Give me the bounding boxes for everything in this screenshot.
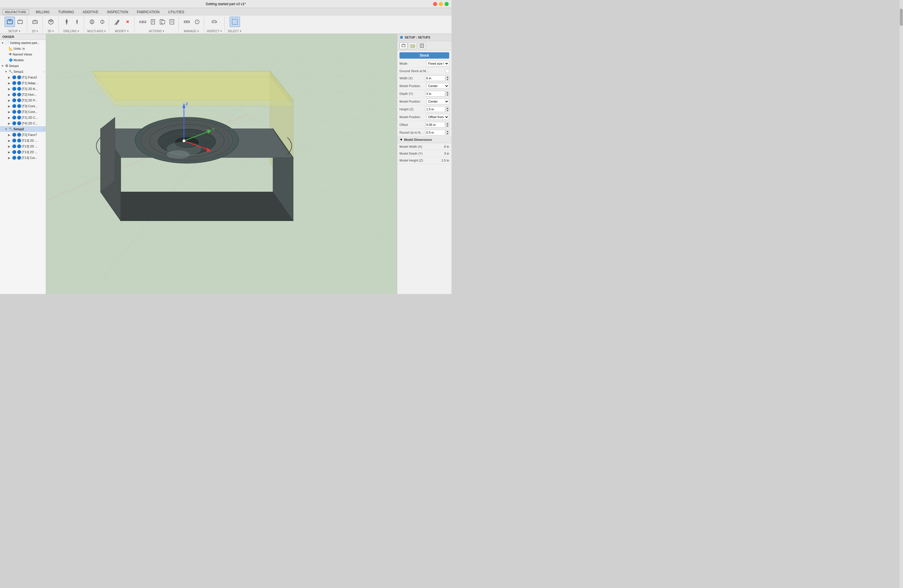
minimize-button[interactable]	[439, 2, 443, 6]
units-icon: 📐	[9, 47, 13, 50]
tree-t1-2dc1[interactable]: ▶ 🔵 🔵 [T1] 2D C...	[0, 115, 46, 120]
tree-t3-cont1[interactable]: ▶ 🔵 🔵 [T3] Cont...	[0, 103, 46, 109]
setup1-label: Setup1	[14, 70, 42, 73]
height-pos-select[interactable]: Offset from... Center	[426, 114, 449, 120]
panel-header-text: SETUP : SETUP2	[405, 36, 430, 39]
manufacture-label[interactable]: ANUFACTURE	[2, 9, 29, 15]
manage-ruler-btn[interactable]	[182, 17, 192, 27]
width-down[interactable]: ▼	[446, 78, 449, 81]
tree-models[interactable]: 🔷 Models	[0, 57, 46, 63]
multiaxis-main-btn[interactable]	[87, 17, 97, 27]
panel-tab-stock[interactable]	[409, 42, 417, 49]
tree-t2-2dp[interactable]: ▶ 🔵 🔵 [T2] 2D P...	[0, 97, 46, 103]
round-up[interactable]: ▲	[446, 130, 449, 132]
round-down[interactable]: ▼	[446, 132, 449, 135]
offset-input[interactable]	[425, 122, 445, 127]
tree-t13-2d3[interactable]: ▶ 🔵 🔵 [T13] 2D ...	[0, 149, 46, 155]
inspect-main-btn[interactable]	[209, 17, 220, 27]
setup-main-btn[interactable]	[5, 17, 15, 27]
tab-fabrication[interactable]: FABRICATION	[133, 9, 164, 15]
width-pos-select[interactable]: Center Min Max	[426, 83, 449, 89]
tree-units[interactable]: 📐 Units: in	[0, 46, 46, 52]
modify-label[interactable]: MODIFY ▼	[115, 30, 129, 33]
3d-main-btn[interactable]	[46, 17, 56, 27]
depth-pos-select[interactable]: Center Min	[426, 99, 449, 104]
section-collapse-arrow: ▼	[400, 138, 403, 141]
height-up[interactable]: ▲	[446, 107, 449, 109]
depth-down[interactable]: ▼	[446, 94, 449, 96]
model-dimensions-section[interactable]: ▼ Model Dimensions	[397, 137, 452, 143]
tree-t1-face2[interactable]: ▶ 🔵 🔵 [T1] Face2	[0, 74, 46, 80]
round-input[interactable]	[425, 130, 445, 135]
inspect-label[interactable]: INSPECT ▼	[207, 30, 222, 33]
3d-icons	[46, 17, 56, 27]
width-up[interactable]: ▲	[446, 75, 449, 78]
tree-setup1[interactable]: ▼ 🔧 Setup1 ○	[0, 69, 46, 74]
tree-t2-face7[interactable]: ▶ 🔵 🔵 [T2] Face7	[0, 132, 46, 138]
tree-t2-hori[interactable]: ▶ 🔵 🔵 [T2] Hori...	[0, 92, 46, 97]
select-label[interactable]: SELECT ▼	[228, 30, 242, 33]
actions-doc3-btn[interactable]	[168, 17, 176, 26]
panel-tab-setup[interactable]	[400, 42, 407, 49]
tree-t3-cont2[interactable]: ▶ 🔵 🔵 [T3] Cont...	[0, 109, 46, 115]
2d-label[interactable]: 2D ▼	[32, 30, 39, 33]
height-input[interactable]	[425, 106, 445, 112]
panel-tab-post[interactable]	[418, 42, 426, 49]
actions-label[interactable]: ACTIONS ▼	[149, 30, 164, 33]
drilling-main-btn[interactable]	[61, 17, 72, 27]
tree-t13-2d2[interactable]: ▶ 🔵 🔵 [T13] 2D ...	[0, 143, 46, 149]
svg-rect-37	[212, 21, 216, 23]
tab-inspection[interactable]: INSPECTION	[103, 9, 132, 15]
tree-t4-2dc[interactable]: ▶ 🔵 🔵 [T4] 2D C...	[0, 120, 46, 126]
close-button[interactable]	[433, 2, 437, 6]
tree-t13-2d1[interactable]: ▶ 🔵 🔵 [T13] 2D ...	[0, 138, 46, 143]
ground-stock-checkbox[interactable]	[445, 69, 449, 73]
actions-doc-btn[interactable]	[149, 17, 157, 26]
manage-secondary-btn[interactable]	[193, 17, 201, 26]
manage-label[interactable]: MANAGE ▼	[184, 30, 199, 33]
modify-main-btn[interactable]	[112, 17, 123, 27]
tree-root[interactable]: ▼ 📄 Getting started part...	[0, 40, 46, 46]
3d-label-text: 3D	[48, 30, 52, 33]
depth-input[interactable]	[425, 91, 445, 97]
tab-turning[interactable]: TURNING	[54, 9, 78, 15]
setups-label: Setups	[9, 64, 44, 68]
multiaxis-label[interactable]: MULTI-AXIS ▼	[87, 30, 106, 33]
tab-milling[interactable]: MILLING	[32, 9, 54, 15]
maximize-button[interactable]	[445, 2, 448, 6]
model-depth-label: Model Depth (Y)	[400, 152, 444, 155]
window-controls	[433, 2, 448, 6]
inspect-icons	[209, 17, 220, 27]
2d-main-btn[interactable]	[30, 17, 40, 27]
stock-button[interactable]: Stock	[400, 52, 449, 59]
tab-additive[interactable]: ADDITIVE	[79, 9, 102, 15]
actions-g1g2-btn[interactable]: G1G2	[137, 17, 148, 27]
t3-cont1-icon2: 🔵	[17, 104, 21, 108]
width-input[interactable]	[425, 75, 445, 81]
tree-t2-2da[interactable]: ▶ 🔵 🔵 [T2] 2D A...	[0, 86, 46, 92]
actions-doc2-btn[interactable]	[158, 17, 167, 26]
tree-t13-cor[interactable]: ▶ 🔵 🔵 [T13] Cor...	[0, 155, 46, 160]
select-main-btn[interactable]	[230, 17, 240, 27]
drilling-icons	[61, 17, 81, 27]
tree-setups[interactable]: ▼ ⚙ Setups	[0, 63, 46, 69]
3d-label[interactable]: 3D ▼	[48, 30, 54, 33]
tab-utilities[interactable]: UTILITIES	[164, 9, 188, 15]
multiaxis-secondary-btn[interactable]	[98, 17, 107, 26]
named-views-icon: 👁	[9, 52, 12, 56]
root-expand: ▼	[1, 41, 5, 44]
setup-secondary-btn[interactable]	[16, 17, 24, 26]
drilling-label[interactable]: DRILLING ▼	[63, 30, 79, 33]
modify-secondary-btn[interactable]: ✕	[123, 17, 132, 26]
depth-up[interactable]: ▲	[446, 91, 449, 94]
tree-named-views[interactable]: 👁 Named Views	[0, 52, 46, 57]
drilling-secondary-btn[interactable]	[73, 17, 81, 26]
offset-down[interactable]: ▼	[446, 125, 449, 127]
viewport[interactable]: Z Y ⊕ ✥ ⤢ 🔍 ⬜ ⬡ ⬜	[46, 34, 397, 294]
setup-label[interactable]: SETUP ▼	[8, 30, 21, 33]
mode-select[interactable]: Fixed size l... Relative size	[426, 61, 449, 66]
height-down[interactable]: ▼	[446, 109, 449, 112]
offset-up[interactable]: ▲	[446, 122, 449, 125]
tree-setup2[interactable]: ▼ 🔧 Setup2 ○	[0, 126, 46, 132]
tree-t1-adap[interactable]: ▶ 🔵 🔵 [T1] Adap...	[0, 80, 46, 86]
